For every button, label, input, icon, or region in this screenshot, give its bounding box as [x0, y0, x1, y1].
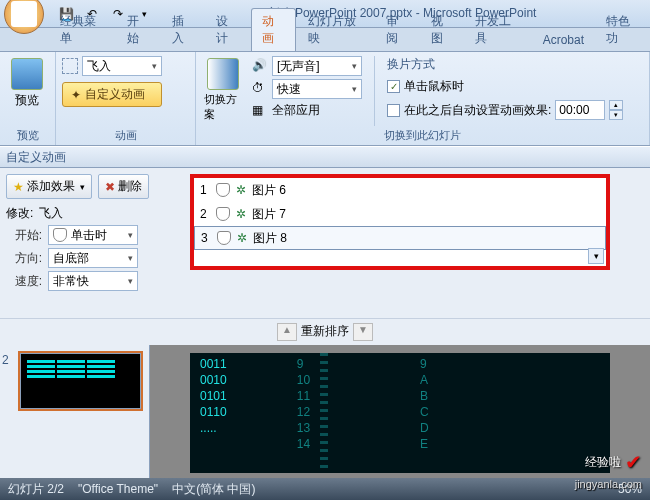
group-preview-label: 预览: [6, 126, 49, 145]
tab-home[interactable]: 开始: [117, 9, 160, 51]
tab-review[interactable]: 审阅: [376, 9, 419, 51]
tab-animations[interactable]: 动画: [251, 8, 296, 51]
animate-icon: [62, 58, 78, 74]
transition-sound-combo[interactable]: [无声音]▾: [272, 56, 362, 76]
tab-developer[interactable]: 开发工具: [465, 9, 530, 51]
move-down-button[interactable]: ▼: [353, 323, 373, 341]
auto-after-checkbox[interactable]: [387, 104, 400, 117]
modify-effect-name: 飞入: [39, 205, 63, 222]
tab-insert[interactable]: 插入: [162, 9, 205, 51]
move-up-button[interactable]: ▲: [277, 323, 297, 341]
status-bar: 幻灯片 2/2 "Office Theme" 中文(简体 中国) 50%: [0, 478, 650, 500]
tab-slideshow[interactable]: 幻灯片放映: [298, 9, 375, 51]
language-indicator[interactable]: 中文(简体 中国): [172, 481, 255, 498]
mouse-icon: [216, 207, 230, 221]
mouse-icon: [53, 228, 67, 242]
animation-list: 1 ✲ 图片 6 2 ✲ 图片 7 3 ✲ 图片 8 ▾: [190, 174, 610, 270]
add-effect-button[interactable]: ★添加效果▾: [6, 174, 92, 199]
advance-title: 换片方式: [387, 56, 623, 73]
tab-extra[interactable]: 特色功: [596, 9, 650, 51]
time-spinner[interactable]: ▴▾: [609, 100, 623, 120]
animation-item[interactable]: 1 ✲ 图片 6: [194, 178, 606, 202]
star-icon: ★: [13, 180, 24, 194]
fly-in-icon: ✲: [236, 207, 246, 221]
anim-speed-combo[interactable]: 非常快▾: [48, 271, 138, 291]
checkmark-icon: ✔: [625, 450, 642, 474]
modify-label: 修改:: [6, 205, 33, 222]
start-combo[interactable]: 单击时▾: [48, 225, 138, 245]
watermark: 经验啦✔: [585, 450, 642, 474]
slide-thumbnail[interactable]: [20, 353, 141, 409]
custom-animation-button[interactable]: ✦ 自定义动画: [62, 82, 162, 107]
fly-in-icon: ✲: [236, 183, 246, 197]
tab-view[interactable]: 视图: [421, 9, 464, 51]
direction-label: 方向:: [6, 250, 42, 267]
watermark-url: jingyanla.com: [575, 478, 642, 490]
speed-icon: ⏱: [252, 81, 268, 97]
transition-speed-combo[interactable]: 快速▾: [272, 79, 362, 99]
advance-time-input[interactable]: [555, 100, 605, 120]
slide-content[interactable]: 0011001001010110..... 91011121314 9ABCDE: [190, 353, 610, 473]
taskpane-title: 自定义动画: [0, 146, 650, 168]
delete-icon: ✖: [105, 180, 115, 194]
custom-animation-pane: ★添加效果▾ ✖删除 修改:飞入 开始: 单击时▾ 方向: 自底部▾ 速度: 非…: [0, 168, 650, 318]
sound-icon: 🔊: [252, 58, 268, 74]
speed-label: 速度:: [6, 273, 42, 290]
star-icon: ✦: [71, 88, 81, 102]
preview-icon: [11, 58, 43, 90]
direction-combo[interactable]: 自底部▾: [48, 248, 138, 268]
group-transition-label: 切换到此幻灯片: [202, 126, 643, 145]
on-click-checkbox[interactable]: ✓: [387, 80, 400, 93]
slide-counter: 幻灯片 2/2: [8, 481, 64, 498]
animation-effect-combo[interactable]: 飞入▾: [82, 56, 162, 76]
thumbnail-number: 2: [2, 353, 9, 367]
start-label: 开始:: [6, 227, 42, 244]
editor-area: 2 0011001001010110..... 91011121314 9ABC…: [0, 345, 650, 481]
apply-all-button[interactable]: ▦全部应用: [252, 102, 362, 119]
animation-item[interactable]: 2 ✲ 图片 7: [194, 202, 606, 226]
transition-scheme-button[interactable]: 切换方案: [202, 56, 244, 124]
theme-name: "Office Theme": [78, 482, 158, 496]
remove-effect-button[interactable]: ✖删除: [98, 174, 149, 199]
preview-label: 预览: [15, 92, 39, 109]
apply-all-icon: ▦: [252, 103, 268, 119]
mouse-icon: [217, 231, 231, 245]
slide-thumbnail-panel: 2: [0, 345, 150, 481]
animation-item-dropdown-icon[interactable]: ▾: [588, 248, 604, 264]
tab-design[interactable]: 设计: [206, 9, 249, 51]
group-anim-label: 动画: [62, 126, 189, 145]
tab-acrobat[interactable]: Acrobat: [533, 29, 594, 51]
ribbon: 预览 预览 飞入▾ ✦ 自定义动画 动画: [0, 52, 650, 146]
fly-in-icon: ✲: [237, 231, 247, 245]
reorder-label: 重新排序: [301, 323, 349, 341]
slide-canvas-area: 0011001001010110..... 91011121314 9ABCDE: [150, 345, 650, 481]
ribbon-tabs: 经典菜单 开始 插入 设计 动画 幻灯片放映 审阅 视图 开发工具 Acroba…: [0, 28, 650, 52]
preview-button[interactable]: 预览: [6, 56, 48, 111]
tab-classic[interactable]: 经典菜单: [50, 9, 115, 51]
mouse-icon: [216, 183, 230, 197]
animation-item-selected[interactable]: 3 ✲ 图片 8: [194, 226, 606, 250]
transition-icon: [207, 58, 239, 90]
reorder-bar: ▲ 重新排序 ▼: [0, 318, 650, 345]
